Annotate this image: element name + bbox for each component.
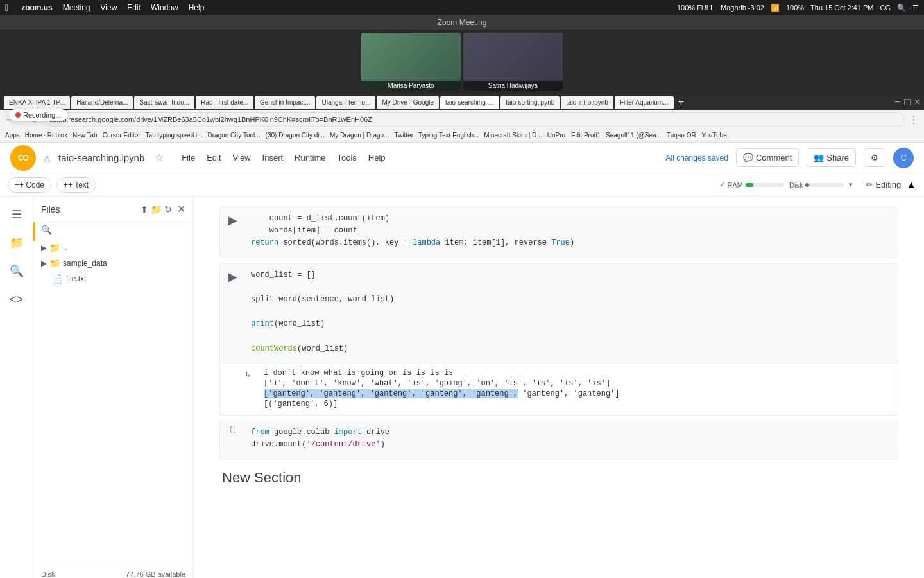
browser-tab-2[interactable]: Sastrawan Indo... xyxy=(134,96,194,109)
bookmark-newtab1[interactable]: New Tab xyxy=(73,132,98,139)
cell-gutter-2: ▶ xyxy=(220,264,246,286)
bookmark-mydgn[interactable]: My Dragon | Drago... xyxy=(330,132,389,139)
nav-runtime[interactable]: Runtime xyxy=(289,150,330,165)
ram-label: RAM xyxy=(728,181,743,189)
menu-window[interactable]: Window xyxy=(151,3,178,12)
maximize-btn[interactable]: □ xyxy=(904,96,911,108)
share-btn[interactable]: 👥 Share xyxy=(807,148,856,167)
browser-tab-7[interactable]: taio-searching.i... xyxy=(440,96,499,109)
menu-help[interactable]: Help xyxy=(189,3,205,12)
app-name[interactable]: zoom.us xyxy=(21,3,53,12)
bookmark-typing[interactable]: Tab typing speed i... xyxy=(146,132,203,139)
recording-label: Recording... xyxy=(23,111,61,119)
bookmark-seagull[interactable]: Seagull11 (@Sea... xyxy=(606,132,662,139)
nav-file[interactable]: File xyxy=(176,150,200,165)
add-code-label: + Code xyxy=(19,180,44,189)
menu-view[interactable]: View xyxy=(101,3,117,12)
add-code-btn[interactable]: + + Code xyxy=(8,177,51,193)
comment-icon: 💬 xyxy=(743,153,753,162)
menubar:  zoom.us Meeting View Edit Window Help … xyxy=(0,0,924,15)
disk-info: Disk 77.76 GB available xyxy=(41,570,185,578)
browser-tab-10[interactable]: Filter Aquarium... xyxy=(615,96,674,109)
url-input[interactable] xyxy=(42,112,905,127)
bookmark-zoom-yt[interactable]: Tuqao OR - YouTube xyxy=(667,132,727,139)
sidebar-menu-icon[interactable]: ☰ xyxy=(4,202,30,227)
comment-btn[interactable]: 💬 Comment xyxy=(736,148,799,167)
run-cell-btn-1[interactable]: ▶ xyxy=(224,211,242,229)
new-folder-btn[interactable]: 📁 xyxy=(151,204,162,215)
browser-tab-6[interactable]: My Drive - Google xyxy=(377,96,439,109)
colab-logo: CO xyxy=(10,145,36,171)
file-item-txt[interactable]: 📄 file.txt xyxy=(33,271,193,286)
user-avatar[interactable]: C xyxy=(893,148,914,168)
nav-view[interactable]: View xyxy=(228,150,256,165)
sidebar-files-icon[interactable]: 📁 xyxy=(4,230,30,256)
apple-menu[interactable]:  xyxy=(5,3,8,13)
menu-meeting[interactable]: Meeting xyxy=(63,3,90,12)
add-code-icon: + xyxy=(15,180,19,189)
browser-tab-5[interactable]: Ulangan Termo... xyxy=(316,96,375,109)
ram-fill xyxy=(746,183,753,187)
search-icon[interactable]: 🔍 xyxy=(897,4,906,12)
toolbar-ram: ✓ RAM Disk ▾ xyxy=(719,180,853,189)
colab-star[interactable]: ☆ xyxy=(155,152,164,164)
folder-item-dotdot[interactable]: ▶ 📁 .. xyxy=(33,240,193,256)
nav-tools[interactable]: Tools xyxy=(332,150,362,165)
bookmark-roblox[interactable]: Home · Roblox xyxy=(25,132,67,139)
recording-dot xyxy=(15,112,21,118)
files-close-btn[interactable]: ✕ xyxy=(177,203,185,215)
editing-status: ✏ Editing xyxy=(866,180,901,189)
code-line-2-2: split_word(sentence, word_list) xyxy=(251,293,887,306)
bookmark-unpro[interactable]: UnPro - Edit Profi1 xyxy=(547,132,601,139)
bookmark-minecraft[interactable]: Minecraft Skiru | D... xyxy=(484,132,542,139)
close-btn[interactable]: × xyxy=(914,96,920,108)
cell-wrapper-3: [ ] from google.colab import drive drive… xyxy=(219,421,898,459)
browser-tab-3[interactable]: Rad - first date... xyxy=(196,96,253,109)
files-search: 🔍 xyxy=(33,222,193,238)
code-line-2-1 xyxy=(251,281,887,293)
bookmark-apps[interactable]: Apps xyxy=(5,132,20,139)
browser-tab-4[interactable]: Genshin Impact... xyxy=(255,96,315,109)
upload-file-btn[interactable]: ⬆ xyxy=(141,204,148,215)
bookmark-typingeng[interactable]: Typing Text English... xyxy=(418,132,479,139)
refresh-files-btn[interactable]: ↻ xyxy=(164,204,172,215)
add-text-label: + Text xyxy=(68,180,89,189)
browser-settings-icon[interactable]: ⋮ xyxy=(909,114,919,126)
browser-tab-1[interactable]: Hailand/Delerna... xyxy=(71,96,133,109)
nav-edit[interactable]: Edit xyxy=(201,150,226,165)
browser-tab-8[interactable]: taio-sorting.ipynb xyxy=(501,96,560,109)
new-tab-btn[interactable]: + xyxy=(675,96,688,109)
nav-help[interactable]: Help xyxy=(363,150,391,165)
bookmark-30dragon[interactable]: (30) Dragon City di... xyxy=(266,132,325,139)
run-cell-btn-2[interactable]: ▶ xyxy=(224,268,242,286)
expand-ram-icon[interactable]: ▾ xyxy=(849,180,853,189)
bookmark-twitter[interactable]: Twitter xyxy=(395,132,413,139)
notifications-icon[interactable]: ☰ xyxy=(912,4,919,12)
colab-topbar: CO △ taio-searching.ipynb ☆ File Edit Vi… xyxy=(0,143,924,173)
settings-btn[interactable]: ⚙ xyxy=(864,148,886,167)
folder-item-sample[interactable]: ▶ 📁 sample_data xyxy=(33,256,193,271)
video-thumb-1: Marisa Paryasto xyxy=(361,33,461,91)
add-text-btn[interactable]: + + Text xyxy=(56,177,96,193)
minimize-btn[interactable]: − xyxy=(894,96,900,108)
code-content-1: count = d_list.count(item) words[item] =… xyxy=(246,207,898,258)
menu-edit[interactable]: Edit xyxy=(127,3,141,12)
bookmark-cursor[interactable]: Cursor Editor xyxy=(103,132,141,139)
menubar-right: 100% FULL Maghrib -3:02 📶 100% Thu 15 Oc… xyxy=(677,4,919,12)
sidebar-search-icon[interactable]: 🔍 xyxy=(4,258,30,284)
disk-progress xyxy=(805,183,844,187)
output-cell-1: ↳ i don't know what is going on is is is… xyxy=(220,363,898,415)
share-icon: 👥 xyxy=(814,153,824,162)
output-lines: i don't know what is going on is is is i… xyxy=(264,369,893,410)
browser-tab-9[interactable]: taio-intro.ipynb xyxy=(561,96,613,109)
bookmark-dragoncity[interactable]: Dragon City Tool... xyxy=(208,132,261,139)
colab-nav: File Edit View Insert Runtime Tools Help xyxy=(176,150,390,165)
settings-icon: ⚙ xyxy=(871,153,878,162)
cell-inner-3: [ ] from google.colab import drive drive… xyxy=(220,421,898,459)
colab-logo-text: CO xyxy=(18,153,28,162)
sidebar-code-icon[interactable]: <> xyxy=(4,286,30,312)
colab-toolbar: + + Code + + Text ✓ RAM Disk ▾ xyxy=(0,173,924,197)
browser-tab-0[interactable]: ENKA XI IPA 1 TP... xyxy=(4,96,70,109)
nav-insert[interactable]: Insert xyxy=(257,150,289,165)
toolbar-collapse-btn[interactable]: ▲ xyxy=(906,179,916,191)
